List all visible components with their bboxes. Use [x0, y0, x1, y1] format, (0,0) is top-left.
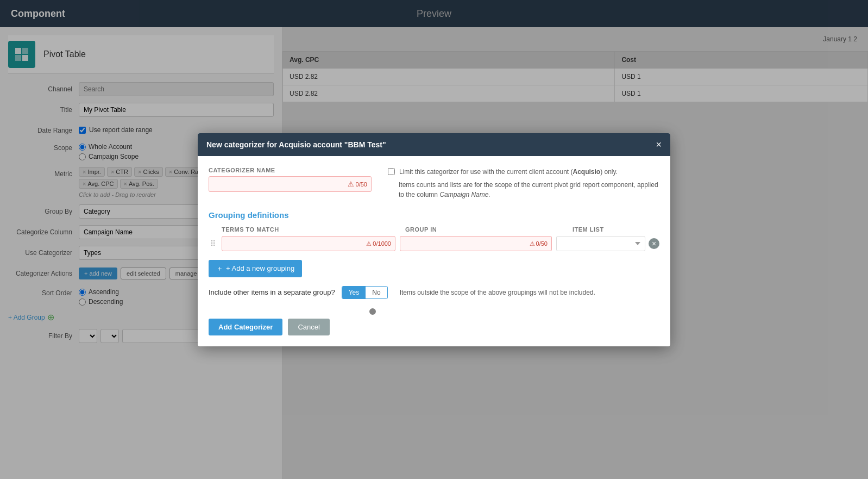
- toggle-no-button[interactable]: No: [366, 287, 387, 298]
- item-list-wrap: ×: [556, 236, 659, 251]
- limit-text: Limit this categorizer for use with the …: [399, 167, 618, 177]
- group-in-error-icon: ⚠: [530, 240, 535, 247]
- drag-handle[interactable]: ⠿: [209, 239, 217, 248]
- toggle-group: Yes No: [342, 286, 388, 299]
- add-grouping-icon: ＋: [216, 264, 223, 273]
- toggle-yes-button[interactable]: Yes: [342, 287, 366, 298]
- group-in-wrap: ⚠ 0/50: [400, 236, 552, 251]
- grouping-definitions-title: Grouping definitions: [209, 210, 659, 220]
- include-question: Include other items in a separate group?: [209, 288, 335, 296]
- modal-title: New categorizer for Acquisio account "BB…: [206, 140, 386, 149]
- limit-description: Items counts and lists are for the scope…: [388, 180, 659, 200]
- terms-counter: ⚠ 0/1000: [366, 240, 391, 247]
- categorizer-name-label: CATEGORIZER NAME: [209, 167, 372, 173]
- grouping-row: ⠿ ⚠ 0/1000 ⚠ 0/50: [209, 236, 659, 251]
- item-list-select[interactable]: [556, 236, 645, 251]
- categorizer-name-counter: ⚠ 0/50: [348, 180, 367, 188]
- limit-checkbox[interactable]: [388, 168, 395, 175]
- modal-close-button[interactable]: ×: [656, 140, 662, 150]
- cancel-button[interactable]: Cancel: [288, 319, 329, 335]
- add-categorizer-button[interactable]: Add Categorizer: [209, 319, 282, 335]
- group-in-counter: ⚠ 0/50: [530, 240, 548, 247]
- new-categorizer-modal: New categorizer for Acquisio account "BB…: [198, 133, 670, 346]
- terms-error-icon: ⚠: [366, 240, 372, 247]
- include-info: Items outside the scope of the above gro…: [400, 289, 595, 296]
- modal-overlay: New categorizer for Acquisio account "BB…: [0, 0, 868, 479]
- remove-row-button[interactable]: ×: [649, 238, 659, 249]
- group-in-header: GROUP IN: [400, 226, 552, 233]
- terms-input-wrap: ⚠ 0/1000: [222, 236, 395, 251]
- terms-header: TERMS TO MATCH: [222, 226, 395, 233]
- error-icon: ⚠: [348, 180, 354, 188]
- item-list-header: ITEM LIST: [556, 226, 643, 233]
- add-grouping-button[interactable]: ＋ + Add a new grouping: [209, 260, 302, 277]
